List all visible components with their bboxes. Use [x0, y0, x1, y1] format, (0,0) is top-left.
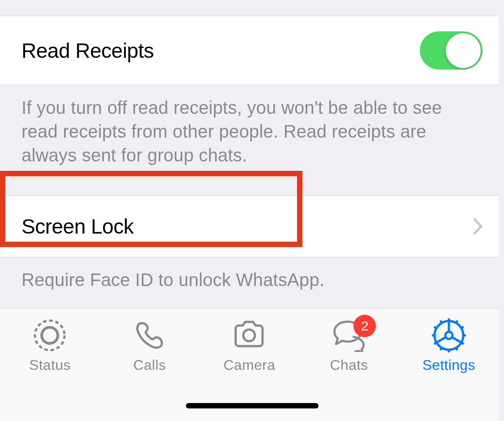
svg-line-5 [456, 321, 457, 324]
svg-line-18 [452, 337, 461, 342]
svg-point-0 [35, 321, 65, 350]
screen-lock-description: Require Face ID to unlock WhatsApp. [0, 257, 504, 311]
tab-camera-label: Camera [224, 357, 276, 373]
chats-badge: 2 [353, 315, 376, 337]
camera-icon [231, 317, 267, 353]
screen-lock-label: Screen Lock [22, 214, 134, 239]
phone-icon [132, 317, 168, 353]
svg-line-11 [440, 347, 442, 350]
tab-status[interactable]: Status [5, 317, 95, 373]
gear-icon [431, 317, 467, 353]
svg-line-12 [434, 342, 437, 344]
tab-status-label: Status [29, 357, 71, 373]
top-spacer [0, 0, 504, 16]
svg-line-6 [461, 327, 464, 329]
svg-point-1 [42, 327, 58, 343]
read-receipts-row: Read Receipts [0, 16, 504, 85]
tab-chats[interactable]: 2 Chats [304, 317, 394, 373]
read-receipts-label: Read Receipts [22, 39, 154, 63]
svg-line-19 [437, 337, 446, 342]
status-icon [32, 317, 68, 353]
tab-calls-label: Calls [134, 357, 166, 373]
tab-chats-label: Chats [330, 357, 368, 373]
svg-line-9 [456, 347, 457, 350]
svg-point-16 [445, 332, 452, 339]
read-receipts-toggle[interactable] [420, 31, 482, 69]
home-indicator[interactable] [186, 403, 319, 408]
svg-line-14 [434, 327, 437, 329]
screen-lock-row[interactable]: Screen Lock [0, 195, 504, 257]
tab-settings[interactable]: Settings [404, 317, 494, 373]
svg-line-8 [461, 342, 464, 344]
tab-camera[interactable]: Camera [204, 317, 294, 373]
svg-point-2 [243, 330, 255, 341]
read-receipts-description: If you turn off read receipts, you won't… [0, 85, 504, 186]
tab-settings-label: Settings [422, 357, 475, 373]
tab-calls[interactable]: Calls [105, 317, 194, 373]
scrollbar[interactable] [499, 0, 504, 308]
toggle-knob [446, 33, 481, 68]
chevron-right-icon [474, 213, 482, 240]
svg-line-15 [440, 321, 442, 324]
